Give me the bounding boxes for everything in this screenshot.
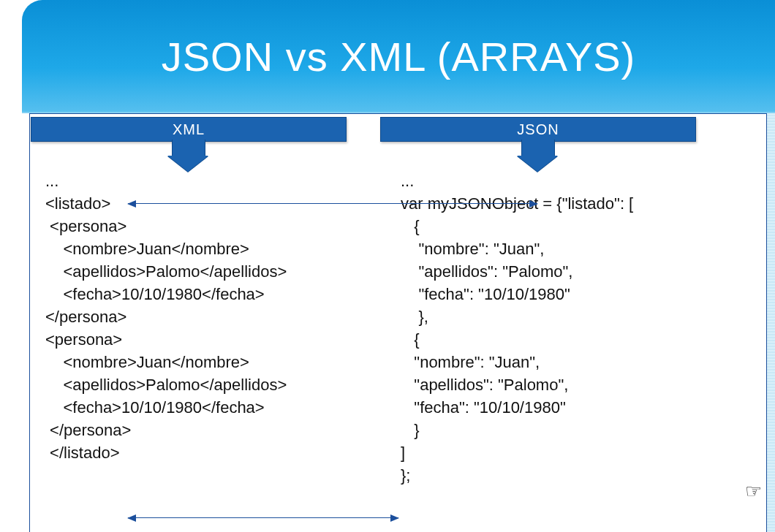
slide: JSON vs XML (ARRAYS) XML JSON ... <lista… — [0, 0, 775, 532]
title-band: JSON vs XML (ARRAYS) — [22, 0, 775, 113]
decorative-strip — [767, 113, 775, 532]
json-header-label: JSON — [517, 121, 559, 138]
correspondence-arrow-top — [128, 203, 537, 204]
json-header-band: JSON — [380, 117, 696, 142]
correspondence-arrow-bottom — [128, 517, 398, 518]
xml-header-band: XML — [31, 117, 347, 142]
hand-pointer-icon: ☞ — [745, 480, 762, 503]
xml-code-block: ... <listado> <persona> <nombre>Juan</no… — [45, 170, 287, 464]
slide-title: JSON vs XML (ARRAYS) — [162, 33, 636, 80]
xml-header-label: XML — [173, 121, 205, 138]
json-code-block: ... var myJSONObject = {"listado": [ { "… — [401, 170, 633, 487]
